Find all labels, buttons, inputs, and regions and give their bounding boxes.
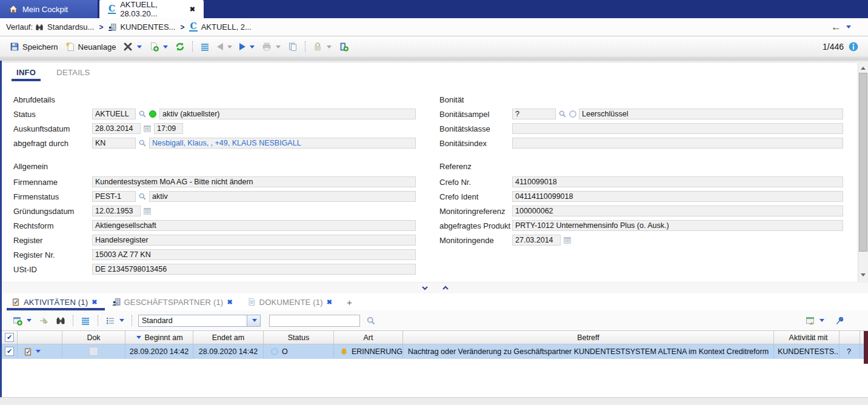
- tab-aktivitaeten[interactable]: AKTIVITÄTEN (1) ✖: [7, 293, 105, 310]
- row-art-cell[interactable]: ERINNERUNG: [334, 344, 403, 358]
- previous-dropdown-icon[interactable]: [227, 45, 232, 49]
- row-checkbox[interactable]: ✔: [2, 344, 18, 358]
- firmenstatus-code-field[interactable]: PEST-1: [92, 191, 136, 202]
- row-status-cell[interactable]: O: [264, 344, 334, 358]
- print-dropdown-icon[interactable]: [276, 45, 281, 49]
- header-overflow-column[interactable]: [840, 331, 860, 344]
- row-action-dropdown-icon[interactable]: [36, 350, 41, 353]
- search-binoculars-button[interactable]: [52, 314, 69, 327]
- search-icon[interactable]: [366, 316, 376, 326]
- exit-add-button[interactable]: [335, 40, 352, 53]
- new-record-button[interactable]: Neuanlage: [62, 40, 120, 53]
- row-aktivitaet-mit-cell[interactable]: KUNDENTESTS...: [774, 344, 840, 358]
- abgefragt-value-field[interactable]: Nesbigall, Klaus, , +49, KLAUS NESBIGALL: [149, 138, 416, 149]
- firmenname-field[interactable]: Kundentestsystem MoA AG - Bitte nicht än…: [92, 176, 416, 187]
- status-value-field[interactable]: aktiv (aktuellster): [159, 109, 416, 119]
- expand-up-icon[interactable]: [442, 286, 449, 290]
- scroll-down-button[interactable]: [858, 270, 868, 279]
- auskunftszeit-field[interactable]: 17:09: [154, 123, 183, 134]
- next-record-button[interactable]: [236, 41, 258, 52]
- history-back-button[interactable]: ←: [831, 22, 841, 32]
- row-dok-cell[interactable]: [62, 344, 125, 358]
- tab-aktuell[interactable]: C AKTUELL, 28.03.20... ✖: [99, 0, 204, 18]
- search-lookup-icon[interactable]: [138, 192, 147, 201]
- save-button[interactable]: Speichern: [6, 40, 62, 53]
- delete-button[interactable]: [119, 40, 145, 53]
- info-icon[interactable]: [849, 42, 858, 52]
- produkt-field[interactable]: PRTY-1012 Unternehmensinfo Plus (o. Ausk…: [512, 220, 843, 231]
- add-tab-button[interactable]: +: [342, 293, 357, 310]
- header-art[interactable]: Art: [334, 331, 403, 344]
- new-activity-button[interactable]: [9, 314, 35, 327]
- abgefragt-code-field[interactable]: KN: [92, 138, 136, 149]
- filter-view-button[interactable]: [102, 314, 128, 327]
- calendar-icon[interactable]: [143, 207, 152, 215]
- calendar-icon[interactable]: [143, 124, 152, 133]
- activity-search-input[interactable]: [269, 315, 360, 327]
- calendar-icon[interactable]: [563, 236, 572, 244]
- crefonr-field[interactable]: 4110099018: [512, 176, 843, 187]
- tab-dokumente[interactable]: DOKUMENTE (1) ✖: [242, 293, 339, 310]
- header-beginnt-am[interactable]: Beginnt am: [125, 331, 193, 344]
- tab-details[interactable]: DETAILS: [54, 68, 92, 81]
- row-type-cell[interactable]: [18, 344, 62, 358]
- monitoringreferenz-field[interactable]: 100000062: [512, 206, 843, 216]
- auskunftsdatum-field[interactable]: 28.03.2014: [92, 123, 141, 134]
- registernr-field[interactable]: 15003 AZ 77 KN: [92, 249, 416, 260]
- status-code-field[interactable]: AKTUELL: [92, 109, 136, 119]
- add-document-button[interactable]: [145, 40, 172, 53]
- bonitaetsampel-value-field[interactable]: Leerschlüssel: [579, 109, 843, 119]
- tab-geschaeftspartner[interactable]: GESCHÄFTSPARTNER (1) ✖: [107, 293, 240, 310]
- view-selector[interactable]: Standard: [138, 315, 261, 327]
- rechtsform-field[interactable]: Aktiengesellschaft: [92, 220, 416, 231]
- table-scrollbar-strip[interactable]: [864, 331, 868, 364]
- add-document-dropdown-icon[interactable]: [163, 45, 168, 49]
- header-betreff[interactable]: Betreff: [403, 331, 774, 344]
- select-all-checkbox[interactable]: ✔: [2, 331, 18, 344]
- new-activity-dropdown-icon[interactable]: [27, 319, 32, 322]
- scrollbar-thumb[interactable]: [859, 73, 867, 252]
- print-button[interactable]: [258, 40, 284, 53]
- forward-activity-button[interactable]: [35, 314, 52, 327]
- scroll-up-button[interactable]: [858, 63, 868, 73]
- close-tab-icon[interactable]: ✖: [227, 298, 232, 306]
- previous-record-button[interactable]: [213, 41, 236, 52]
- refresh-button[interactable]: [172, 40, 189, 53]
- list-view-button[interactable]: [196, 40, 213, 53]
- register-field[interactable]: Handelsregister: [92, 235, 416, 246]
- firmenstatus-value-field[interactable]: aktiv: [149, 191, 416, 202]
- view-selector-dropdown[interactable]: [247, 315, 261, 327]
- table-row[interactable]: ✔ 28.09.2020 14:42 28.09.2020 14:42 O ER…: [2, 344, 868, 359]
- header-status[interactable]: Status: [264, 331, 334, 344]
- bonitaetsindex-field[interactable]: [512, 138, 843, 149]
- breadcrumb-kundentestsystem[interactable]: KUNDENTES...: [108, 22, 175, 32]
- header-icon-column[interactable]: [18, 331, 62, 344]
- header-endet-am[interactable]: Endet am: [193, 331, 264, 344]
- search-lookup-icon[interactable]: [138, 110, 147, 118]
- ustid-field[interactable]: DE 21345798013456: [92, 264, 416, 275]
- table-settings-button[interactable]: [802, 314, 828, 327]
- row-beginnt-cell[interactable]: 28.09.2020 14:42: [125, 344, 193, 358]
- list-view-button[interactable]: [77, 314, 94, 327]
- row-endet-cell[interactable]: 28.09.2020 14:42: [193, 344, 264, 358]
- filter-dropdown-icon[interactable]: [119, 319, 124, 322]
- header-aktivitaet-mit[interactable]: Aktivität mit: [774, 331, 840, 344]
- close-tab-icon[interactable]: ✖: [190, 5, 195, 13]
- view-selector-value[interactable]: Standard: [138, 315, 247, 327]
- form-scrollbar[interactable]: [858, 63, 868, 282]
- tab-mein-cockpit[interactable]: Mein Cockpit: [0, 0, 98, 18]
- crefoident-field[interactable]: 04114110099018: [512, 191, 843, 202]
- row-betreff-cell[interactable]: Nachtrag oder Veränderung zu Geschäftspa…: [403, 344, 774, 358]
- next-dropdown-icon[interactable]: [250, 45, 255, 49]
- lock-button[interactable]: [309, 40, 335, 53]
- header-dok[interactable]: Dok: [62, 331, 125, 344]
- delete-dropdown-icon[interactable]: [137, 45, 142, 49]
- monitoringende-field[interactable]: 27.03.2014: [512, 235, 561, 246]
- bonitaetsklasse-field[interactable]: [512, 123, 843, 134]
- history-dropdown-icon[interactable]: [846, 25, 851, 28]
- bonitaetsampel-code-field[interactable]: ?: [512, 109, 556, 119]
- close-tab-icon[interactable]: ✖: [92, 298, 97, 306]
- lock-dropdown-icon[interactable]: [327, 45, 332, 49]
- copy-button[interactable]: [284, 40, 301, 53]
- gruendungsdatum-field[interactable]: 12.02.1953: [92, 206, 141, 216]
